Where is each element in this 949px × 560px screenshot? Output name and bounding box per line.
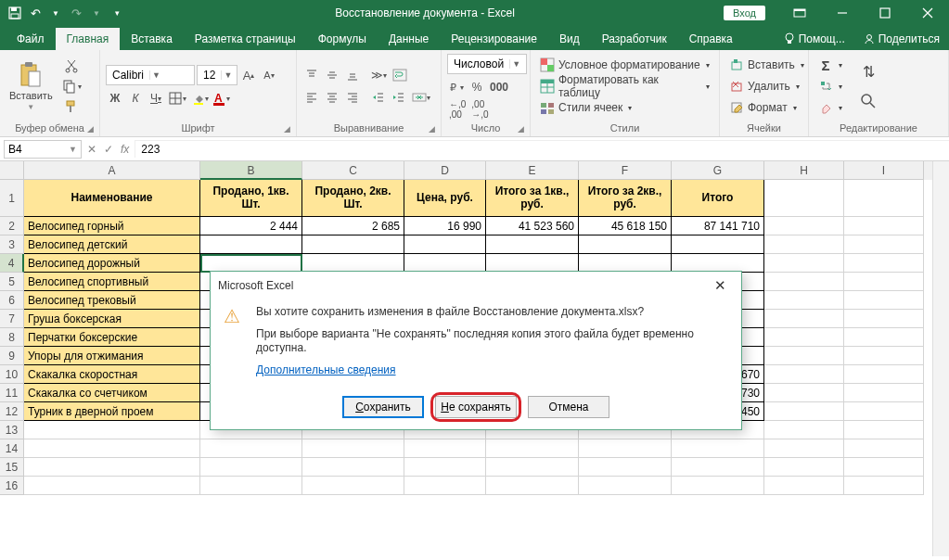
data-cell[interactable] — [844, 402, 924, 421]
chevron-down-icon[interactable]: ▼ — [87, 4, 106, 22]
data-cell[interactable] — [672, 439, 764, 458]
data-cell[interactable] — [486, 458, 579, 477]
data-cell[interactable] — [486, 254, 579, 273]
data-cell[interactable] — [579, 458, 672, 477]
data-cell[interactable] — [844, 291, 924, 310]
underline-button[interactable]: Ч ▾ — [147, 89, 165, 108]
header-cell[interactable]: Наименование — [24, 180, 200, 217]
currency-button[interactable]: ₽▾ — [447, 78, 466, 96]
cut-button[interactable] — [60, 57, 83, 75]
tab-help[interactable]: Справка — [678, 28, 744, 50]
cancel-button[interactable]: Отмена — [528, 396, 609, 418]
header-cell[interactable]: Итого за 1кв., руб. — [486, 180, 579, 217]
comma-button[interactable]: 000 — [488, 78, 510, 96]
row-header[interactable]: 10 — [0, 365, 24, 384]
data-cell[interactable] — [200, 235, 302, 254]
row-header[interactable]: 8 — [0, 328, 24, 347]
column-header[interactable]: I — [844, 161, 924, 180]
bold-button[interactable]: Ж — [106, 89, 124, 108]
column-header[interactable]: E — [486, 161, 579, 180]
row-header[interactable]: 6 — [0, 291, 24, 310]
data-cell[interactable] — [844, 180, 924, 217]
data-cell[interactable] — [764, 310, 844, 328]
data-cell[interactable] — [844, 217, 924, 235]
header-cell[interactable]: Итого за 2кв., руб. — [579, 180, 672, 217]
dialog-link[interactable]: Дополнительные сведения — [256, 363, 395, 376]
data-cell[interactable] — [672, 235, 764, 254]
data-cell[interactable] — [24, 477, 200, 495]
data-cell[interactable] — [200, 458, 302, 477]
share-button[interactable]: Поделиться — [854, 28, 949, 50]
data-cell[interactable] — [200, 477, 302, 495]
data-cell[interactable] — [579, 254, 672, 273]
name-cell[interactable]: Упоры для отжимания — [24, 347, 200, 365]
data-cell[interactable] — [764, 291, 844, 310]
fill-color-button[interactable]: ▾ — [190, 89, 211, 108]
close-icon[interactable]: ✕ — [707, 274, 734, 298]
data-cell[interactable] — [844, 273, 924, 291]
data-cell[interactable] — [764, 235, 844, 254]
data-cell[interactable] — [404, 254, 486, 273]
dont-save-button[interactable]: Не сохранять — [435, 396, 517, 418]
header-cell[interactable]: Продано, 1кв. Шт. — [200, 180, 302, 217]
column-header[interactable]: C — [302, 161, 404, 180]
row-header[interactable]: 14 — [0, 439, 24, 458]
cancel-edit-icon[interactable]: ✕ — [87, 143, 96, 156]
data-cell[interactable] — [486, 235, 579, 254]
tab-review[interactable]: Рецензирование — [440, 28, 548, 50]
number-format-combo[interactable]: Числовой▼ — [447, 54, 527, 74]
tab-insert[interactable]: Вставка — [120, 28, 184, 50]
maximize-button[interactable] — [864, 0, 906, 26]
data-cell[interactable] — [764, 365, 844, 384]
copy-button[interactable]: ▾ — [60, 77, 83, 95]
name-cell[interactable]: Велосипед трековый — [24, 291, 200, 310]
align-left-button[interactable] — [302, 88, 321, 107]
data-cell[interactable] — [672, 477, 764, 495]
row-header[interactable]: 7 — [0, 310, 24, 328]
data-cell[interactable] — [404, 458, 486, 477]
data-cell[interactable]: 2 685 — [302, 217, 404, 235]
data-cell[interactable] — [844, 421, 924, 439]
align-top-button[interactable] — [302, 66, 321, 84]
data-cell[interactable] — [844, 458, 924, 477]
data-cell[interactable] — [200, 439, 302, 458]
chevron-down-icon[interactable]: ▼ — [46, 4, 65, 22]
data-cell[interactable] — [764, 273, 844, 291]
tell-me-button[interactable]: Помощ... — [775, 28, 854, 50]
data-cell[interactable] — [579, 439, 672, 458]
data-cell[interactable] — [844, 328, 924, 347]
tab-formulas[interactable]: Формулы — [307, 28, 378, 50]
tab-layout[interactable]: Разметка страницы — [184, 28, 307, 50]
data-cell[interactable] — [302, 477, 404, 495]
orientation-button[interactable]: ≫▾ — [369, 66, 389, 84]
data-cell[interactable] — [486, 439, 579, 458]
data-cell[interactable] — [672, 458, 764, 477]
data-cell[interactable] — [24, 421, 200, 439]
delete-cells-button[interactable]: Удалить▾ — [725, 76, 808, 96]
data-cell[interactable] — [764, 402, 844, 421]
name-cell[interactable]: Груша боксерская — [24, 310, 200, 328]
data-cell[interactable] — [844, 235, 924, 254]
name-cell[interactable]: Велосипед дорожный — [24, 254, 200, 273]
data-cell[interactable] — [764, 421, 844, 439]
minimize-button[interactable] — [821, 0, 864, 26]
merge-button[interactable]: ▾ — [410, 88, 432, 107]
launcher-icon[interactable]: ◢ — [87, 124, 94, 134]
data-cell[interactable] — [579, 477, 672, 495]
font-size-combo[interactable]: 12▼ — [197, 65, 237, 85]
name-cell[interactable]: Велосипед горный — [24, 217, 200, 235]
row-header[interactable]: 3 — [0, 235, 24, 254]
data-cell[interactable] — [302, 254, 404, 273]
cell-styles-button[interactable]: Стили ячеек▾ — [536, 97, 713, 118]
format-as-table-button[interactable]: Форматировать как таблицу▾ — [536, 76, 713, 96]
row-header[interactable]: 11 — [0, 384, 24, 402]
data-cell[interactable] — [844, 310, 924, 328]
redo-icon[interactable]: ↷ — [67, 4, 85, 22]
column-header[interactable]: F — [579, 161, 672, 180]
font-name-combo[interactable]: Calibri▼ — [106, 65, 195, 85]
row-header[interactable]: 5 — [0, 273, 24, 291]
launcher-icon[interactable]: ◢ — [518, 124, 524, 134]
row-header[interactable]: 16 — [0, 477, 24, 495]
sort-filter-button[interactable]: ⇅ — [855, 58, 881, 84]
data-cell[interactable]: 2 444 — [200, 217, 302, 235]
